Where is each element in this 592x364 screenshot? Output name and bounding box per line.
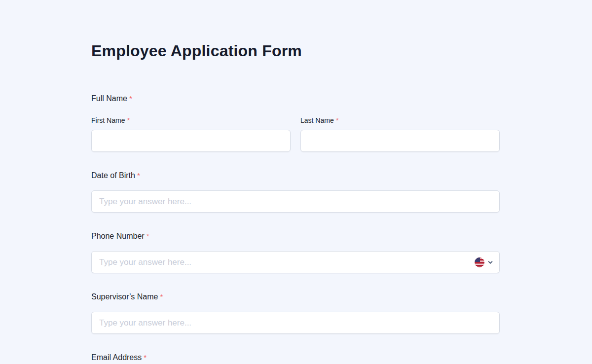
- date-of-birth-field-group: Date of Birth*: [91, 171, 500, 213]
- full-name-label-text: Full Name: [91, 94, 127, 103]
- page-title: Employee Application Form: [91, 41, 500, 60]
- phone-number-label-text: Phone Number: [91, 232, 145, 240]
- first-name-label-text: First Name: [91, 116, 125, 124]
- last-name-input[interactable]: [300, 130, 500, 152]
- supervisors-name-label-text: Supervisor’s Name: [91, 292, 158, 301]
- required-asterisk: *: [160, 292, 163, 301]
- name-columns: First Name* Last Name*: [91, 116, 500, 152]
- required-asterisk: *: [147, 232, 149, 240]
- us-flag-icon: [475, 257, 484, 267]
- required-asterisk: *: [144, 353, 147, 362]
- date-of-birth-input[interactable]: [91, 190, 500, 213]
- chevron-down-icon: [487, 259, 493, 265]
- required-asterisk: *: [137, 171, 140, 180]
- phone-input-wrapper: [91, 251, 500, 273]
- supervisors-name-label: Supervisor’s Name*: [91, 292, 500, 301]
- first-name-input[interactable]: [91, 130, 291, 152]
- required-asterisk: *: [127, 116, 130, 124]
- email-address-label: Email Address*: [91, 353, 500, 362]
- phone-number-field-group: Phone Number*: [91, 231, 500, 273]
- phone-country-selector[interactable]: [475, 251, 493, 273]
- email-address-field-group: Email Address*: [91, 353, 500, 362]
- required-asterisk: *: [129, 94, 132, 103]
- required-asterisk: *: [336, 116, 339, 124]
- phone-number-label: Phone Number*: [91, 231, 500, 241]
- phone-number-input[interactable]: [91, 251, 500, 273]
- last-name-label-text: Last Name: [300, 116, 334, 124]
- first-name-column: First Name*: [91, 116, 291, 152]
- employee-application-form: Employee Application Form Full Name* Fir…: [91, 0, 500, 362]
- full-name-field-group: Full Name* First Name* Last Name*: [91, 94, 500, 152]
- date-of-birth-label-text: Date of Birth: [91, 171, 135, 180]
- last-name-column: Last Name*: [300, 116, 500, 152]
- date-of-birth-label: Date of Birth*: [91, 171, 500, 180]
- email-address-label-text: Email Address: [91, 353, 142, 362]
- full-name-label: Full Name*: [91, 94, 500, 103]
- supervisors-name-input[interactable]: [91, 312, 500, 334]
- supervisors-name-field-group: Supervisor’s Name*: [91, 292, 500, 334]
- first-name-label: First Name*: [91, 116, 291, 125]
- last-name-label: Last Name*: [300, 116, 500, 125]
